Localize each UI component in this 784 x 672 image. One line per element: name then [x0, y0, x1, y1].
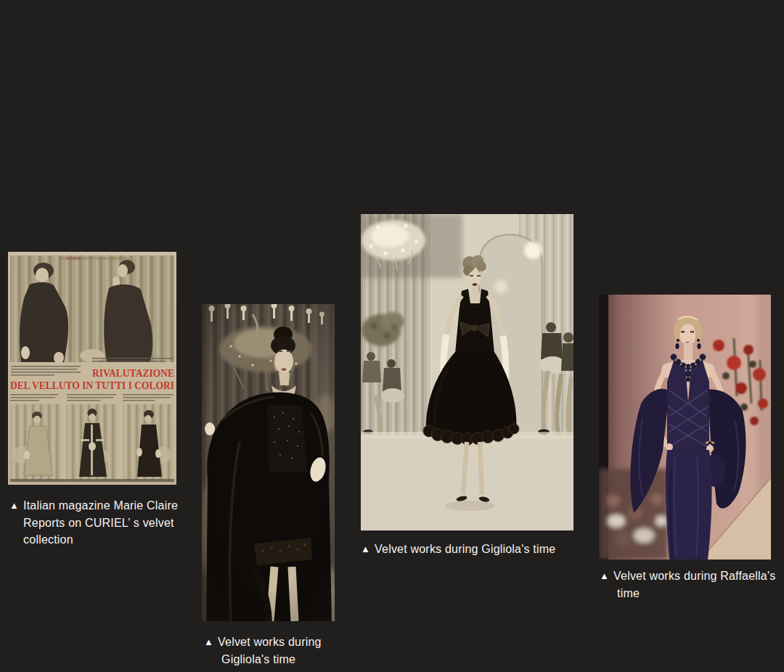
velvet-history-page: RIVALUTAZIONE DEL VELLUTO IN TUTTI I COL… — [0, 0, 784, 672]
magazine-headline-line1: RIVALUTAZIONE — [92, 367, 174, 379]
triangle-up-icon: ▲ — [9, 497, 19, 515]
figure-velvet-model-gigliola: ▲ Velvet works during Gigliola's time — [202, 304, 335, 621]
caption-line: Gigliola's time — [218, 651, 322, 668]
figure-magazine-clipping: RIVALUTAZIONE DEL VELLUTO IN TUTTI I COL… — [8, 252, 176, 485]
caption-line: Italian magazine Marie Claire — [23, 497, 178, 515]
caption-velvet-model: ▲ Velvet works during Gigliola's time — [204, 634, 322, 668]
triangle-up-icon: ▲ — [600, 567, 609, 585]
figure-velvet-runway-raffaella: ▲ Velvet works during Raffaella's time — [599, 295, 771, 560]
wall-light — [494, 280, 507, 293]
velvet-raffaella-photo — [599, 295, 771, 560]
magazine-headline-line2: DEL VELLUTO IN TUTTI I COLORI — [10, 380, 174, 391]
figure-velvet-runway-gigliola: ▲ Velvet works during Gigliola's time — [361, 214, 573, 530]
caption-magazine: ▲ Italian magazine Marie Claire Reports … — [9, 497, 178, 549]
magazine-clipping-photo: RIVALUTAZIONE DEL VELLUTO IN TUTTI I COL… — [8, 252, 176, 485]
velvet-model-photo — [202, 304, 335, 621]
caption-line: Reports on CURIEL’ s velvet — [23, 515, 178, 532]
triangle-up-icon: ▲ — [204, 634, 213, 651]
triangle-up-icon: ▲ — [361, 541, 370, 558]
caption-line: collection — [23, 531, 178, 549]
caption-velvet-runway-gigliola: ▲ Velvet works during Gigliola's time — [361, 541, 555, 558]
caption-line: Velvet works during Raffaella's — [613, 567, 775, 585]
velvet-runway-photo — [361, 214, 573, 530]
magazine-bottom-photos — [10, 404, 174, 481]
caption-line: Velvet works during — [218, 634, 322, 651]
caption-line: Velvet works during Gigliola's time — [375, 541, 555, 558]
caption-line: time — [613, 585, 775, 602]
wall-light — [524, 242, 542, 259]
caption-velvet-runway-raffaella: ▲ Velvet works during Raffaella's time — [600, 567, 775, 602]
